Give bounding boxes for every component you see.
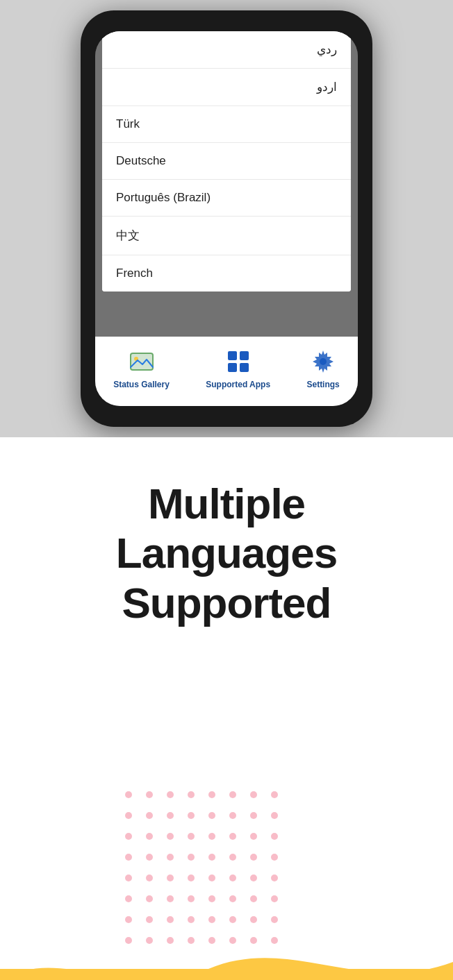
dot — [271, 791, 278, 798]
dot — [188, 895, 195, 902]
yellow-background — [0, 969, 453, 980]
dot — [208, 833, 215, 840]
dot — [271, 812, 278, 819]
dropdown-item-chinese[interactable]: 中文 — [102, 217, 351, 255]
dots-section — [0, 770, 453, 955]
dot — [250, 895, 257, 902]
dot — [167, 854, 174, 861]
svg-rect-5 — [228, 363, 237, 372]
dot — [208, 937, 215, 944]
dot — [271, 937, 278, 944]
svg-rect-4 — [240, 351, 249, 360]
dot — [188, 833, 195, 840]
dot — [229, 937, 236, 944]
dot — [188, 812, 195, 819]
language-dropdown: ردي اردو Türk Deutsche Português (Brazil… — [102, 31, 351, 292]
dot — [250, 854, 257, 861]
svg-rect-6 — [240, 363, 249, 372]
svg-rect-3 — [228, 351, 237, 360]
nav-item-settings[interactable]: Settings — [306, 346, 339, 389]
dot — [146, 937, 153, 944]
dot — [250, 875, 257, 881]
dot — [125, 916, 132, 923]
dot — [146, 812, 153, 819]
dot — [208, 895, 215, 902]
dot — [188, 854, 195, 861]
dot — [125, 854, 132, 861]
dot — [167, 875, 174, 881]
dot — [146, 916, 153, 923]
dot — [229, 895, 236, 902]
main-heading: Multiple Languages Supported — [28, 479, 425, 627]
dot — [271, 875, 278, 881]
dot — [208, 791, 215, 798]
dot — [250, 916, 257, 923]
dot — [125, 895, 132, 902]
apps-icon — [223, 346, 254, 377]
bottom-nav: Status Gallery Supported Apps — [95, 337, 358, 406]
dot — [167, 895, 174, 902]
dropdown-item-اردو[interactable]: اردو — [102, 69, 351, 106]
dot — [146, 833, 153, 840]
dot — [146, 875, 153, 881]
nav-item-supported-apps[interactable]: Supported Apps — [206, 346, 270, 389]
gallery-icon — [126, 346, 157, 377]
dot — [208, 812, 215, 819]
dot — [188, 791, 195, 798]
dot — [250, 833, 257, 840]
nav-label-settings: Settings — [306, 380, 339, 389]
dot — [250, 937, 257, 944]
dot — [188, 937, 195, 944]
nav-label-status-gallery: Status Gallery — [113, 380, 170, 389]
dot — [229, 791, 236, 798]
nav-item-status-gallery[interactable]: Status Gallery — [113, 346, 170, 389]
dot — [271, 854, 278, 861]
dot — [125, 875, 132, 881]
home-indicator — [199, 398, 254, 400]
dot — [167, 916, 174, 923]
dots-grid — [125, 791, 425, 955]
phone-screen: ردي اردو Türk Deutsche Português (Brazil… — [95, 31, 358, 406]
dot — [229, 812, 236, 819]
dropdown-item-french[interactable]: French — [102, 255, 351, 292]
dot — [271, 895, 278, 902]
dot — [125, 833, 132, 840]
phone-frame: ردي اردو Türk Deutsche Português (Brazil… — [81, 10, 372, 427]
dot — [271, 833, 278, 840]
phone-section: ردي اردو Türk Deutsche Português (Brazil… — [0, 0, 453, 437]
dot — [167, 937, 174, 944]
dot — [208, 916, 215, 923]
dot — [188, 916, 195, 923]
dot — [146, 854, 153, 861]
svg-rect-0 — [131, 353, 153, 370]
dropdown-item-portuguese[interactable]: Português (Brazil) — [102, 180, 351, 217]
dot — [167, 833, 174, 840]
dot — [208, 875, 215, 881]
dot — [229, 916, 236, 923]
dot — [125, 791, 132, 798]
dot — [250, 812, 257, 819]
dropdown-item-ردي[interactable]: ردي — [102, 31, 351, 69]
dot — [188, 875, 195, 881]
dot — [250, 791, 257, 798]
nav-label-supported-apps: Supported Apps — [206, 380, 270, 389]
text-section: Multiple Languages Supported — [0, 437, 453, 770]
dot — [229, 854, 236, 861]
dot — [229, 833, 236, 840]
dot — [229, 875, 236, 881]
dot — [146, 895, 153, 902]
dot — [125, 812, 132, 819]
dot — [125, 937, 132, 944]
dot — [167, 791, 174, 798]
dot — [208, 854, 215, 861]
dot — [146, 791, 153, 798]
dropdown-item-deutsche[interactable]: Deutsche — [102, 143, 351, 180]
dot — [271, 916, 278, 923]
dot — [167, 812, 174, 819]
settings-icon — [308, 346, 338, 377]
dropdown-item-turk[interactable]: Türk — [102, 106, 351, 143]
